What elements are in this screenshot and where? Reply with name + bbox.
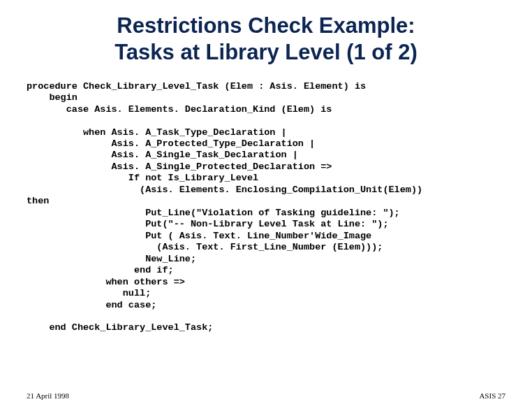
slide-title: Restrictions Check Example: Tasks at Lib… [27, 13, 505, 66]
code-block: procedure Check_Library_Level_Task (Elem… [27, 81, 505, 334]
slide: Restrictions Check Example: Tasks at Lib… [0, 0, 532, 411]
footer-date: 21 April 1998 [27, 391, 69, 400]
title-line-2: Tasks at Library Level (1 of 2) [114, 40, 418, 64]
footer-page: ASIS 27 [479, 391, 505, 400]
title-line-1: Restrictions Check Example: [117, 13, 415, 38]
